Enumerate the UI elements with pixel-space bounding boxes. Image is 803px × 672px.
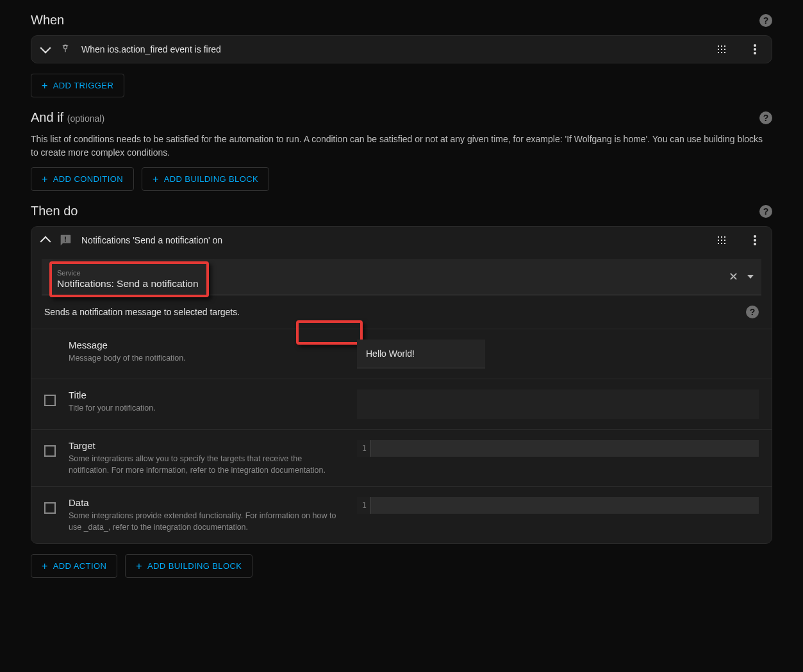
help-icon[interactable]: ? [759,14,772,27]
field-help: Message body of the notification. [69,353,344,365]
svg-rect-20 [724,240,725,241]
svg-rect-8 [721,52,722,53]
message-input[interactable] [357,340,485,368]
field-label: Target [69,440,344,451]
help-icon[interactable]: ? [746,306,759,318]
svg-point-11 [754,48,756,51]
field-message: Message Message body of the notification… [31,329,772,379]
chevron-up-icon[interactable] [40,236,51,247]
thendo-section: Then do ? Notifications 'Send a notifica… [31,204,772,578]
svg-rect-15 [718,236,719,238]
highlight-service: Service Notifications: Send a notificati… [49,261,209,297]
chevron-down-icon[interactable] [40,43,51,54]
svg-point-24 [754,235,756,238]
when-title: When [31,13,64,28]
when-section: When ? When ios.action_fired event is fi… [31,13,772,97]
svg-point-0 [64,45,67,49]
svg-point-26 [754,243,756,245]
svg-rect-5 [721,49,722,50]
service-description: Sends a notification message to selected… [44,307,240,317]
add-building-block-label: ADD BUILDING BLOCK [164,174,258,184]
highlight-message [296,320,363,345]
add-condition-button[interactable]: + ADD CONDITION [31,167,134,191]
enable-data-checkbox[interactable] [44,502,56,514]
field-help: Some integrations provide extended funct… [69,511,344,533]
add-action-button[interactable]: + ADD ACTION [31,554,117,578]
data-code-editor[interactable]: 1 [357,497,759,514]
svg-rect-13 [65,237,66,240]
field-help: Some integrations allow you to specify t… [69,454,344,476]
drag-handle-icon[interactable] [715,43,728,56]
add-building-block-button[interactable]: + ADD BUILDING BLOCK [125,554,252,578]
svg-rect-7 [718,52,719,53]
svg-rect-22 [721,243,722,244]
field-label: Data [69,497,344,508]
add-trigger-button[interactable]: + ADD TRIGGER [31,74,124,97]
svg-rect-16 [721,236,722,238]
andif-section: And if (optional) ? This list of conditi… [31,110,772,191]
message-alert-icon [58,233,72,247]
svg-rect-1 [718,45,719,47]
help-icon[interactable]: ? [759,111,772,124]
add-condition-label: ADD CONDITION [53,174,123,184]
field-data: Data Some integrations provide extended … [31,487,772,543]
drag-handle-icon[interactable] [715,234,728,247]
svg-point-25 [754,239,756,242]
svg-rect-6 [724,49,725,50]
gesture-tap-icon [58,42,72,56]
enable-target-checkbox[interactable] [44,445,56,457]
add-action-label: ADD ACTION [53,561,106,571]
thendo-title: Then do [31,204,78,218]
svg-rect-21 [718,243,719,244]
more-menu-icon[interactable] [749,43,761,56]
add-building-block-label: ADD BUILDING BLOCK [147,561,242,571]
andif-title: And if (optional) [31,110,104,125]
add-building-block-button[interactable]: + ADD BUILDING BLOCK [142,167,269,191]
svg-rect-17 [724,236,725,238]
dropdown-caret-icon[interactable] [747,275,754,279]
line-number: 1 [357,440,371,457]
svg-point-12 [754,52,756,54]
svg-rect-2 [721,45,722,47]
field-target: Target Some integrations allow you to sp… [31,430,772,487]
trigger-card: When ios.action_fired event is fired [31,35,772,63]
service-value: Notifications: Send a notification [57,278,199,290]
svg-rect-23 [724,243,725,244]
trigger-summary: When ios.action_fired event is fired [81,44,706,54]
action-card: Notifications 'Send a notification' on S… [31,226,772,544]
help-icon[interactable]: ? [759,205,772,218]
line-number: 1 [357,497,371,514]
enable-title-checkbox[interactable] [44,395,56,406]
add-trigger-label: ADD TRIGGER [53,81,113,90]
title-input-disabled [357,389,759,419]
svg-rect-4 [718,49,719,50]
svg-rect-19 [721,240,722,241]
svg-rect-18 [718,240,719,241]
clear-icon[interactable]: ✕ [729,270,738,284]
svg-rect-14 [65,240,66,242]
more-menu-icon[interactable] [749,234,761,247]
andif-description: This list of conditions needs to be sati… [31,133,772,160]
action-summary: Notifications 'Send a notification' on [81,235,706,245]
service-label: Service [57,269,199,277]
service-selector[interactable]: Service Notifications: Send a notificati… [42,259,761,295]
field-label: Title [69,389,344,400]
svg-rect-3 [724,45,725,47]
field-title: Title Title for your notification. [31,379,772,430]
field-help: Title for your notification. [69,403,344,414]
svg-rect-9 [724,52,725,53]
target-code-editor[interactable]: 1 [357,440,759,457]
svg-point-10 [754,44,756,47]
